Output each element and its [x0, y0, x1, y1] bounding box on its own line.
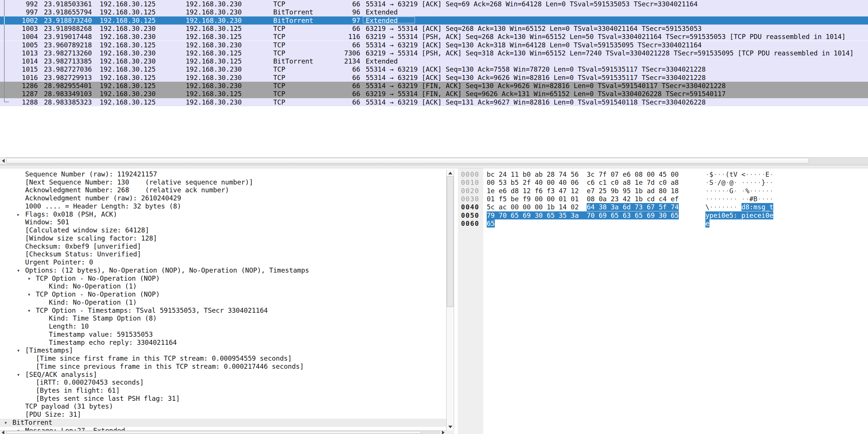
- detail-row[interactable]: ▾Message: Len:27 Extended: [0, 427, 446, 431]
- scroll-up-button[interactable]: [446, 170, 454, 176]
- hex-bytes[interactable]: 79 70 65 69 30 65 35 3a 70 69 65 63 65 6…: [487, 211, 679, 219]
- detail-row[interactable]: ▾TCP Option - No-Operation (NOP): [0, 275, 446, 283]
- hex-selected-ascii[interactable]: e: [705, 219, 709, 227]
- detail-row[interactable]: [Bytes sent since last PSH flag: 31]: [0, 395, 446, 403]
- expander-open-icon[interactable]: ▾: [17, 346, 20, 354]
- packet-row[interactable]: 101423.982713385192.168.30.230192.168.30…: [0, 57, 868, 65]
- hex-bytes[interactable]: bc 24 11 b0 ab 28 74 56 3c 7f 07 e6 08 0…: [487, 170, 679, 179]
- hex-selected-bytes[interactable]: 79 70 65 69 30 65 35 3a 70 69 65 63 65 6…: [487, 211, 679, 219]
- packet-row[interactable]: 101523.982727036192.168.30.125192.168.30…: [0, 65, 868, 73]
- detail-row[interactable]: ▾TCP Option - No-Operation (NOP): [0, 290, 446, 299]
- hex-row[interactable]: 00405c ac 00 00 00 1b 14 02 64 38 3a 6d …: [458, 203, 868, 211]
- hex-row[interactable]: 005079 70 65 69 30 65 35 3a 70 69 65 63 …: [458, 211, 868, 219]
- packet-row[interactable]: 100323.918988268192.168.30.230192.168.30…: [0, 25, 868, 33]
- packet-row[interactable]: 101323.982713260192.168.30.230192.168.30…: [0, 49, 868, 57]
- detail-row[interactable]: ▾[Timestamps]: [0, 346, 446, 354]
- detail-row[interactable]: [Calculated window size: 64128]: [0, 226, 446, 235]
- detail-row[interactable]: Window: 501: [0, 218, 446, 226]
- packet-list-pane[interactable]: 99223.918503361192.168.30.125192.168.30.…: [0, 0, 868, 157]
- detail-row[interactable]: [PDU Size: 31]: [0, 411, 446, 419]
- detail-row[interactable]: [Window size scaling factor: 128]: [0, 235, 446, 243]
- detail-row[interactable]: Timestamp value: 591535053: [0, 331, 446, 339]
- packet-details-pane[interactable]: Sequence Number (raw): 1192421157[Next S…: [0, 168, 446, 431]
- detail-row[interactable]: ▾BitTorrent: [0, 419, 446, 427]
- details-h-scrollbar-thumb[interactable]: [6, 431, 421, 434]
- hex-row[interactable]: 006065e: [458, 219, 868, 227]
- hex-ascii[interactable]: ·S·/@·@· ·····}··: [705, 179, 774, 187]
- detail-row[interactable]: [iRTT: 0.000270453 seconds]: [0, 378, 446, 386]
- hex-dump-pane[interactable]: 0000bc 24 11 b0 ab 28 74 56 3c 7f 07 e6 …: [458, 168, 868, 434]
- hex-bytes[interactable]: 65: [487, 219, 495, 227]
- hex-selected-ascii[interactable]: ypei0e5: piecei0e: [705, 211, 773, 219]
- hex-selected-bytes[interactable]: 64 38 3a 6d 73 67 5f 74: [587, 203, 679, 211]
- pane-splitter-horizontal[interactable]: [0, 164, 868, 168]
- hex-row[interactable]: 003001 f5 be f9 00 00 01 01 08 0a 23 42 …: [458, 195, 868, 203]
- detail-row[interactable]: Sequence Number (raw): 1192421157: [0, 170, 446, 179]
- hex-selected-bytes[interactable]: 65: [487, 219, 495, 227]
- scroll-down-button[interactable]: [446, 424, 454, 430]
- packet-row[interactable]: 100223.918873240192.168.30.125192.168.30…: [0, 17, 868, 25]
- detail-row[interactable]: Urgent Pointer: 0: [0, 258, 446, 267]
- packet-list-h-scrollbar-thumb[interactable]: [6, 158, 809, 163]
- expander-open-icon[interactable]: ▾: [4, 419, 7, 427]
- detail-row[interactable]: [Checksum Status: Unverified]: [0, 250, 446, 258]
- packet-row[interactable]: 100423.919017448192.168.30.230192.168.30…: [0, 33, 868, 41]
- detail-row[interactable]: ▸Flags: 0x018 (PSH, ACK): [0, 211, 446, 219]
- details-h-scrollbar[interactable]: [0, 431, 446, 434]
- hex-row[interactable]: 0000bc 24 11 b0 ab 28 74 56 3c 7f 07 e6 …: [458, 170, 868, 179]
- packet-row[interactable]: 101623.982729913192.168.30.125192.168.30…: [0, 74, 868, 82]
- pane-splitter-vertical[interactable]: [454, 168, 458, 434]
- hex-bytes[interactable]: 00 53 b5 2f 40 00 40 06 c6 c1 c0 a8 1e 7…: [487, 179, 679, 187]
- expander-open-icon[interactable]: ▾: [17, 267, 20, 275]
- hex-bytes[interactable]: 01 f5 be f9 00 00 01 01 08 0a 23 42 1b c…: [487, 195, 679, 203]
- packet-row[interactable]: 99223.918503361192.168.30.125192.168.30.…: [0, 0, 868, 8]
- packet-row[interactable]: 128628.982955401192.168.30.125192.168.30…: [0, 82, 868, 90]
- scroll-right-button[interactable]: [440, 431, 446, 434]
- detail-row-label: Urgent Pointer: 0: [25, 258, 93, 267]
- expander-open-icon[interactable]: ▾: [27, 290, 31, 299]
- detail-row[interactable]: Timestamp echo reply: 3304021164: [0, 339, 446, 347]
- detail-row[interactable]: Kind: No-Operation (1): [0, 282, 446, 290]
- packet-row[interactable]: 128828.983385323192.168.30.125192.168.30…: [0, 98, 868, 106]
- detail-row[interactable]: 1000 .... = Header Length: 32 bytes (8): [0, 203, 446, 211]
- hex-ascii[interactable]: ·$···(tV <·····E·: [705, 170, 773, 179]
- hex-row[interactable]: 00201e e6 d8 12 f6 f3 47 12 e7 25 9b 95 …: [458, 187, 868, 195]
- packet-list-h-scrollbar[interactable]: [0, 157, 868, 164]
- expander-closed-icon[interactable]: ▸: [17, 211, 20, 219]
- detail-row[interactable]: [Bytes in flight: 61]: [0, 386, 446, 395]
- detail-row[interactable]: Checksum: 0xbef9 [unverified]: [0, 243, 446, 251]
- expander-open-icon[interactable]: ▾: [27, 275, 31, 283]
- scroll-left-button[interactable]: [0, 158, 6, 164]
- packet-row[interactable]: 99723.918655794192.168.30.125192.168.30.…: [0, 8, 868, 16]
- detail-row[interactable]: Acknowledgment number (raw): 2610240429: [0, 194, 446, 203]
- detail-row[interactable]: [Time since first frame in this TCP stre…: [0, 354, 446, 363]
- detail-row[interactable]: TCP payload (31 bytes): [0, 403, 446, 411]
- expander-open-icon[interactable]: ▾: [17, 427, 20, 431]
- expander-open-icon[interactable]: ▾: [27, 307, 31, 315]
- details-v-scrollbar[interactable]: [446, 170, 454, 431]
- expander-open-icon[interactable]: ▾: [17, 371, 20, 379]
- detail-row[interactable]: Acknowledgment Number: 268 (relative ack…: [0, 186, 446, 194]
- detail-row[interactable]: [Time since previous frame in this TCP s…: [0, 363, 446, 371]
- hex-ascii[interactable]: ypei0e5: piecei0e: [705, 211, 773, 219]
- scroll-left-button[interactable]: [0, 431, 6, 434]
- detail-row[interactable]: ▾[SEQ/ACK analysis]: [0, 371, 446, 379]
- detail-row[interactable]: Kind: No-Operation (1): [0, 299, 446, 307]
- packet-row[interactable]: 100523.960789218192.168.30.125192.168.30…: [0, 41, 868, 49]
- hex-row[interactable]: 001000 53 b5 2f 40 00 40 06 c6 c1 c0 a8 …: [458, 179, 868, 187]
- packet-row[interactable]: 128728.983349103192.168.30.230192.168.30…: [0, 90, 868, 98]
- hex-bytes[interactable]: 5c ac 00 00 00 1b 14 02 64 38 3a 6d 73 6…: [487, 203, 679, 211]
- hex-selected-ascii[interactable]: d8:msg_t: [742, 203, 774, 211]
- hex-bytes[interactable]: 1e e6 d8 12 f6 f3 47 12 e7 25 9b 95 1b a…: [487, 187, 679, 195]
- detail-row[interactable]: [Next Sequence Number: 130 (relative seq…: [0, 179, 446, 187]
- hex-ascii[interactable]: ········ ··#B····: [705, 195, 773, 203]
- detail-row[interactable]: Kind: Time Stamp Option (8): [0, 314, 446, 322]
- details-v-scrollbar-thumb[interactable]: [447, 176, 454, 307]
- hex-ascii[interactable]: ······G· ·%······: [705, 187, 773, 195]
- hex-ascii[interactable]: \······· d8:msg_t: [705, 203, 773, 211]
- detail-row[interactable]: ▾Options: (12 bytes), No-Operation (NOP)…: [0, 267, 446, 275]
- packet-cell-len: 66: [343, 90, 360, 98]
- detail-row[interactable]: Length: 10: [0, 322, 446, 331]
- detail-row[interactable]: ▾TCP Option - Timestamps: TSval 59153505…: [0, 307, 446, 315]
- hex-ascii[interactable]: e: [705, 219, 709, 227]
